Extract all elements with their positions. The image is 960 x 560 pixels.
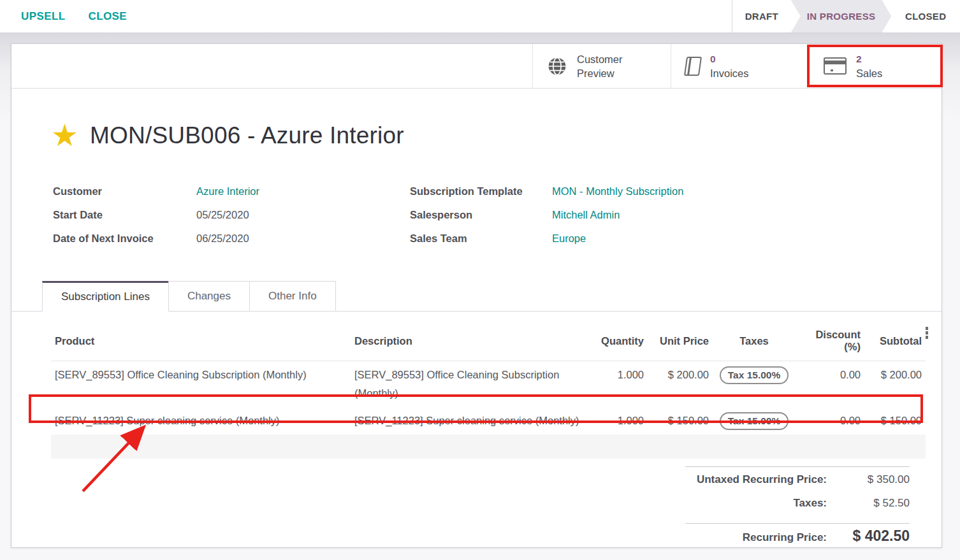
- untaxed-total-label: Untaxed Recurring Price:: [685, 473, 827, 486]
- action-buttons: UPSELL CLOSE: [0, 0, 127, 32]
- field-start-date-label: Start Date: [53, 209, 196, 221]
- totals-divider: [685, 523, 910, 524]
- notebook-tabs: Subscription Lines Changes Other Info: [11, 280, 942, 312]
- cell-discount: 0.00: [796, 361, 864, 408]
- cell-taxes: Tax 15.00%: [713, 361, 796, 408]
- subscription-form-screen: UPSELL CLOSE DRAFT IN PROGRESS CLOSED: [0, 0, 960, 560]
- header-taxes: Taxes: [713, 312, 796, 361]
- upsell-button[interactable]: UPSELL: [21, 10, 65, 23]
- field-salesperson-label: Salesperson: [410, 209, 552, 221]
- cell-taxes: Tax 15.00%: [713, 407, 796, 434]
- credit-card-icon: [824, 57, 847, 75]
- cell-subtotal: $ 150.00: [864, 407, 926, 434]
- field-sales-team-value[interactable]: Europe: [552, 233, 586, 245]
- status-step-draft[interactable]: DRAFT: [732, 0, 791, 32]
- header-discount: Discount (%): [796, 312, 864, 361]
- invoices-label: Invoices: [710, 66, 749, 80]
- page-title: MON/SUB006 - Azure Interior: [90, 122, 404, 149]
- invoices-stat: 0 Invoices: [710, 52, 749, 80]
- invoices-button[interactable]: 0 Invoices: [671, 44, 809, 88]
- cell-quantity: 1.000: [588, 407, 648, 434]
- table-row[interactable]: [SERV_89553] Office Cleaning Subscriptio…: [51, 361, 926, 408]
- field-start-date-value: 05/25/2020: [196, 209, 249, 221]
- field-next-invoice-date-value: 06/25/2020: [196, 233, 249, 245]
- form-sheet: Customer Preview 0 Invoices 2 Sales: [11, 43, 942, 548]
- tab-subscription-lines[interactable]: Subscription Lines: [42, 281, 169, 312]
- customer-preview-label: Customer Preview: [577, 52, 623, 80]
- cell-subtotal: $ 200.00: [864, 361, 926, 408]
- subscription-lines-table: Product Description Quantity Unit Price …: [51, 312, 924, 459]
- cell-description: [SERV_11223] Super cleaning service (Mon…: [351, 407, 588, 434]
- status-step-closed[interactable]: CLOSED: [891, 0, 960, 32]
- cell-description: [SERV_89553] Office Cleaning Subscriptio…: [351, 361, 588, 408]
- field-subscription-template-value[interactable]: MON - Monthly Subscription: [552, 185, 683, 197]
- cell-discount: 0.00: [796, 407, 864, 434]
- field-sales-team-label: Sales Team: [410, 233, 552, 245]
- close-button[interactable]: CLOSE: [88, 10, 127, 23]
- table-row-highlighted[interactable]: [SERV_11223] Super cleaning service (Mon…: [51, 407, 926, 434]
- favorite-star-icon[interactable]: ★: [51, 120, 78, 151]
- field-start-date: Start Date 05/25/2020: [53, 203, 410, 227]
- field-subscription-template-label: Subscription Template: [410, 185, 552, 197]
- field-customer: Customer Azure Interior: [53, 180, 410, 203]
- button-box-spacer: [11, 44, 532, 88]
- field-salesperson-value[interactable]: Mitchell Admin: [552, 209, 620, 221]
- recurring-price-row: Recurring Price: $ 402.50: [685, 528, 910, 548]
- table-empty-row: [51, 434, 926, 459]
- untaxed-total-value: $ 350.00: [827, 473, 910, 486]
- field-next-invoice-date: Date of Next Invoice 06/25/2020: [53, 227, 410, 250]
- field-group: Customer Azure Interior Start Date 05/25…: [53, 180, 942, 250]
- button-box: Customer Preview 0 Invoices 2 Sales: [11, 44, 942, 89]
- tax-badge: Tax 15.00%: [720, 412, 789, 430]
- taxes-total-value: $ 52.50: [827, 497, 910, 510]
- taxes-total-row: Taxes: $ 52.50: [685, 497, 910, 521]
- header-quantity: Quantity: [588, 312, 648, 361]
- invoices-count: 0: [710, 52, 749, 66]
- statusbar: DRAFT IN PROGRESS CLOSED: [732, 0, 960, 32]
- tax-badge: Tax 15.00%: [720, 366, 789, 384]
- cell-unit-price: $ 150.00: [648, 407, 713, 434]
- title-row: ★ MON/SUB006 - Azure Interior: [51, 117, 942, 154]
- cell-product: [SERV_89553] Office Cleaning Subscriptio…: [51, 361, 351, 408]
- book-icon: [684, 57, 702, 76]
- page-background: Customer Preview 0 Invoices 2 Sales: [0, 33, 960, 560]
- globe-icon: [547, 56, 567, 76]
- totals-block: Untaxed Recurring Price: $ 350.00 Taxes:…: [685, 466, 910, 548]
- field-customer-label: Customer: [53, 185, 196, 197]
- recurring-price-label: Recurring Price:: [685, 531, 827, 544]
- cell-product: [SERV_11223] Super cleaning service (Mon…: [51, 407, 351, 434]
- field-next-invoice-date-label: Date of Next Invoice: [53, 233, 196, 245]
- tab-changes[interactable]: Changes: [168, 281, 250, 312]
- column-options-icon[interactable]: [920, 327, 933, 339]
- customer-preview-button[interactable]: Customer Preview: [532, 44, 671, 88]
- taxes-total-label: Taxes:: [685, 497, 827, 510]
- recurring-price-value: $ 402.50: [827, 528, 910, 545]
- untaxed-total-row: Untaxed Recurring Price: $ 350.00: [685, 473, 910, 497]
- field-salesperson: Salesperson Mitchell Admin: [410, 203, 683, 227]
- header-subtotal: Subtotal: [864, 312, 926, 361]
- table-header-row: Product Description Quantity Unit Price …: [51, 312, 926, 361]
- cell-unit-price: $ 200.00: [648, 361, 713, 408]
- sales-label: Sales: [856, 66, 882, 80]
- top-control-bar: UPSELL CLOSE DRAFT IN PROGRESS CLOSED: [0, 0, 960, 33]
- header-product: Product: [51, 312, 351, 361]
- status-step-in-progress[interactable]: IN PROGRESS: [791, 0, 892, 32]
- cell-quantity: 1.000: [588, 361, 648, 408]
- sales-count: 2: [856, 52, 882, 66]
- field-subscription-template: Subscription Template MON - Monthly Subs…: [410, 180, 683, 203]
- header-unit-price: Unit Price: [648, 312, 713, 361]
- sales-stat: 2 Sales: [856, 52, 882, 80]
- sales-button[interactable]: 2 Sales: [809, 44, 942, 88]
- field-sales-team: Sales Team Europe: [410, 227, 683, 250]
- tab-other-info[interactable]: Other Info: [249, 281, 336, 312]
- header-description: Description: [351, 312, 588, 361]
- field-customer-value[interactable]: Azure Interior: [196, 185, 259, 197]
